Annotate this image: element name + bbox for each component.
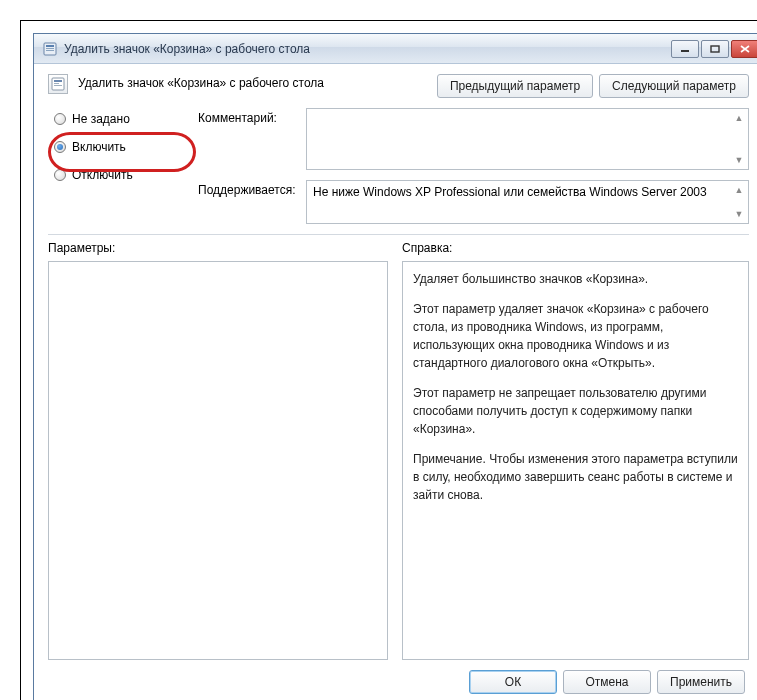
- radio-icon: [54, 141, 66, 153]
- supported-label: Поддерживается:: [198, 180, 298, 197]
- policy-icon: [48, 74, 68, 94]
- comment-textbox[interactable]: ▲ ▼: [306, 108, 749, 170]
- svg-rect-2: [46, 48, 54, 49]
- options-panel: [48, 261, 388, 660]
- divider: [48, 234, 749, 235]
- titlebar[interactable]: Удалить значок «Корзина» с рабочего стол…: [34, 34, 757, 64]
- svg-rect-5: [711, 46, 719, 52]
- app-icon: [42, 41, 58, 57]
- radio-enabled[interactable]: Включить: [48, 138, 198, 156]
- radio-label: Включить: [72, 140, 126, 154]
- ok-button[interactable]: ОК: [469, 670, 557, 694]
- cancel-button[interactable]: Отмена: [563, 670, 651, 694]
- scroll-down-icon[interactable]: ▼: [732, 153, 746, 167]
- svg-rect-4: [681, 50, 689, 52]
- help-text: Этот параметр не запрещает пользователю …: [413, 384, 738, 438]
- maximize-button[interactable]: [701, 40, 729, 58]
- svg-rect-1: [46, 45, 54, 47]
- svg-rect-9: [54, 85, 62, 86]
- scroll-up-icon[interactable]: ▲: [732, 183, 746, 197]
- apply-button[interactable]: Применить: [657, 670, 745, 694]
- help-label: Справка:: [402, 241, 749, 257]
- state-radio-group: Не задано Включить Отключить: [48, 108, 198, 184]
- svg-rect-3: [46, 50, 54, 51]
- options-label: Параметры:: [48, 241, 388, 257]
- svg-rect-8: [54, 83, 59, 84]
- window-title: Удалить значок «Корзина» с рабочего стол…: [64, 42, 671, 56]
- policy-title: Удалить значок «Корзина» с рабочего стол…: [78, 74, 427, 90]
- next-setting-button[interactable]: Следующий параметр: [599, 74, 749, 98]
- radio-label: Отключить: [72, 168, 133, 182]
- supported-value: Не ниже Windows XP Professional или семе…: [313, 185, 707, 199]
- help-text: Удаляет большинство значков «Корзина».: [413, 270, 738, 288]
- minimize-button[interactable]: [671, 40, 699, 58]
- scroll-down-icon[interactable]: ▼: [732, 207, 746, 221]
- comment-label: Комментарий:: [198, 108, 298, 125]
- dialog-window: Удалить значок «Корзина» с рабочего стол…: [33, 33, 757, 700]
- radio-disabled[interactable]: Отключить: [48, 166, 198, 184]
- radio-icon: [54, 113, 66, 125]
- scroll-up-icon[interactable]: ▲: [732, 111, 746, 125]
- radio-icon: [54, 169, 66, 181]
- radio-not-configured[interactable]: Не задано: [48, 110, 198, 128]
- close-button[interactable]: [731, 40, 757, 58]
- previous-setting-button[interactable]: Предыдущий параметр: [437, 74, 593, 98]
- help-panel[interactable]: Удаляет большинство значков «Корзина». Э…: [402, 261, 749, 660]
- svg-rect-7: [54, 80, 62, 82]
- supported-textbox: Не ниже Windows XP Professional или семе…: [306, 180, 749, 224]
- help-text: Этот параметр удаляет значок «Корзина» с…: [413, 300, 738, 372]
- radio-label: Не задано: [72, 112, 130, 126]
- help-text: Примечание. Чтобы изменения этого параме…: [413, 450, 738, 504]
